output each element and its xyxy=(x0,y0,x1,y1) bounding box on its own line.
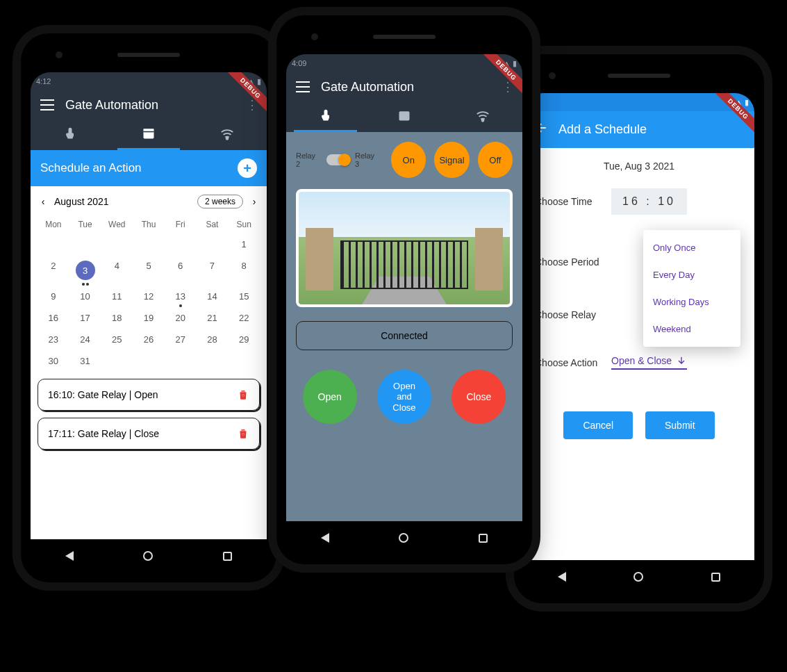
dow-header: Fri xyxy=(165,215,197,233)
calendar-day[interactable]: 25 xyxy=(101,329,133,350)
calendar-day[interactable]: 2 xyxy=(38,255,69,286)
prev-month-button[interactable]: ‹ xyxy=(38,196,49,207)
tab-signal[interactable] xyxy=(444,101,522,132)
calendar-day[interactable]: 22 xyxy=(228,307,260,329)
calendar-day[interactable]: 15 xyxy=(228,286,260,307)
calendar-day[interactable]: 28 xyxy=(197,329,229,350)
open-button[interactable]: Open xyxy=(303,370,357,424)
calendar-day[interactable]: 5 xyxy=(133,255,165,286)
tab-calendar[interactable] xyxy=(109,120,188,150)
calendar-day[interactable]: 17 xyxy=(69,307,101,329)
calendar-grid[interactable]: MonTueWedThuFriSatSun1234567891011121314… xyxy=(38,215,260,372)
more-icon[interactable]: ⋮ xyxy=(246,97,257,113)
calendar-day xyxy=(69,233,101,255)
calendar-day[interactable]: 16 xyxy=(38,307,69,329)
calendar-day xyxy=(197,233,229,255)
period-option[interactable]: Weekend xyxy=(643,315,740,343)
delete-event-button[interactable] xyxy=(237,388,249,402)
calendar-day[interactable]: 20 xyxy=(165,307,197,329)
calendar-day[interactable]: 23 xyxy=(38,329,69,350)
calendar-day[interactable]: 31 xyxy=(69,350,101,372)
status-bar: 4:12 ▲ ▮ xyxy=(31,72,267,90)
calendar-day[interactable]: 9 xyxy=(38,286,69,307)
calendar-day[interactable]: 10 xyxy=(69,286,101,307)
nav-back-icon[interactable] xyxy=(321,533,329,543)
on-button[interactable]: On xyxy=(391,142,426,178)
calendar-day xyxy=(165,350,197,372)
android-nav[interactable] xyxy=(286,521,522,555)
calendar-day xyxy=(38,233,69,255)
dow-header: Wed xyxy=(101,215,133,233)
tab-touch[interactable] xyxy=(286,101,365,132)
calendar-day[interactable]: 4 xyxy=(101,255,133,286)
calendar-day[interactable]: 30 xyxy=(38,350,69,372)
signal-button[interactable]: Signal xyxy=(434,142,469,178)
calendar-day[interactable]: 18 xyxy=(101,307,133,329)
submit-button[interactable]: Submit xyxy=(645,411,715,439)
calendar-day[interactable]: 3 xyxy=(69,255,101,286)
tab-signal[interactable] xyxy=(188,120,267,150)
nav-back-icon[interactable] xyxy=(65,551,74,561)
nav-recent-icon[interactable] xyxy=(479,534,488,543)
relay-toggle[interactable] xyxy=(326,154,349,165)
tab-touch[interactable] xyxy=(31,120,109,150)
status-time: 4:12 xyxy=(36,77,51,85)
calendar-day[interactable]: 21 xyxy=(197,307,229,329)
connection-status: Connected xyxy=(296,321,513,350)
action-select[interactable]: Open & Close xyxy=(611,355,687,370)
calendar-day[interactable]: 11 xyxy=(101,286,133,307)
event-text: 16:10: Gate Relay | Open xyxy=(48,389,158,400)
dow-header: Mon xyxy=(38,215,69,233)
hamburger-icon[interactable] xyxy=(296,81,310,92)
calendar-day[interactable]: 24 xyxy=(69,329,101,350)
off-button[interactable]: Off xyxy=(478,142,513,178)
nav-recent-icon[interactable] xyxy=(711,573,720,582)
nav-recent-icon[interactable] xyxy=(223,552,232,561)
android-nav[interactable] xyxy=(31,539,267,573)
calendar-day[interactable]: 12 xyxy=(133,286,165,307)
status-bar: ▲ ▮ xyxy=(524,93,754,111)
add-schedule-button[interactable]: + xyxy=(238,158,257,178)
period-dropdown[interactable]: Only OnceEvery DayWorking DaysWeekend xyxy=(643,230,740,347)
calendar-day[interactable]: 7 xyxy=(197,255,229,286)
period-option[interactable]: Only Once xyxy=(643,234,740,261)
tab-bar xyxy=(31,120,267,150)
tab-bar xyxy=(286,101,522,132)
calendar-day[interactable]: 6 xyxy=(165,255,197,286)
time-picker[interactable]: 16 : 10 xyxy=(611,188,687,215)
nav-back-icon[interactable] xyxy=(558,572,566,582)
nav-home-icon[interactable] xyxy=(399,533,408,543)
event-card[interactable]: 17:11: Gate Relay | Close xyxy=(38,418,260,450)
nav-home-icon[interactable] xyxy=(143,551,153,561)
svg-point-3 xyxy=(226,138,229,140)
delete-event-button[interactable] xyxy=(237,427,249,441)
dow-header: Thu xyxy=(133,215,165,233)
calendar-day[interactable]: 13 xyxy=(165,286,197,307)
hamburger-icon[interactable] xyxy=(40,99,54,110)
calendar-day[interactable]: 1 xyxy=(228,233,260,255)
month-label: August 2021 xyxy=(54,196,109,207)
calendar-day[interactable]: 8 xyxy=(228,255,260,286)
nav-home-icon[interactable] xyxy=(633,572,643,582)
calendar-day[interactable]: 27 xyxy=(165,329,197,350)
calendar-day[interactable]: 19 xyxy=(133,307,165,329)
calendar-day xyxy=(197,350,229,372)
calendar-day[interactable]: 14 xyxy=(197,286,229,307)
android-nav[interactable] xyxy=(524,560,754,593)
more-icon[interactable]: ⋮ xyxy=(502,79,513,95)
tab-calendar[interactable] xyxy=(365,101,443,132)
event-card[interactable]: 16:10: Gate Relay | Open xyxy=(38,379,260,411)
calendar: ‹ August 2021 2 weeks › MonTueWedThuFriS… xyxy=(31,186,267,539)
back-icon[interactable] xyxy=(535,121,549,138)
range-chip[interactable]: 2 weeks xyxy=(197,195,243,208)
period-option[interactable]: Every Day xyxy=(643,261,740,288)
open-and-close-button[interactable]: OpenandClose xyxy=(377,370,431,424)
calendar-day[interactable]: 26 xyxy=(133,329,165,350)
period-option[interactable]: Working Days xyxy=(643,288,740,315)
screen-title: Add a Schedule xyxy=(558,122,647,137)
cancel-button[interactable]: Cancel xyxy=(563,411,633,439)
close-button[interactable]: Close xyxy=(452,370,506,424)
choose-relay-label: Choose Relay xyxy=(535,309,611,320)
next-month-button[interactable]: › xyxy=(249,196,260,207)
calendar-day[interactable]: 29 xyxy=(228,329,260,350)
